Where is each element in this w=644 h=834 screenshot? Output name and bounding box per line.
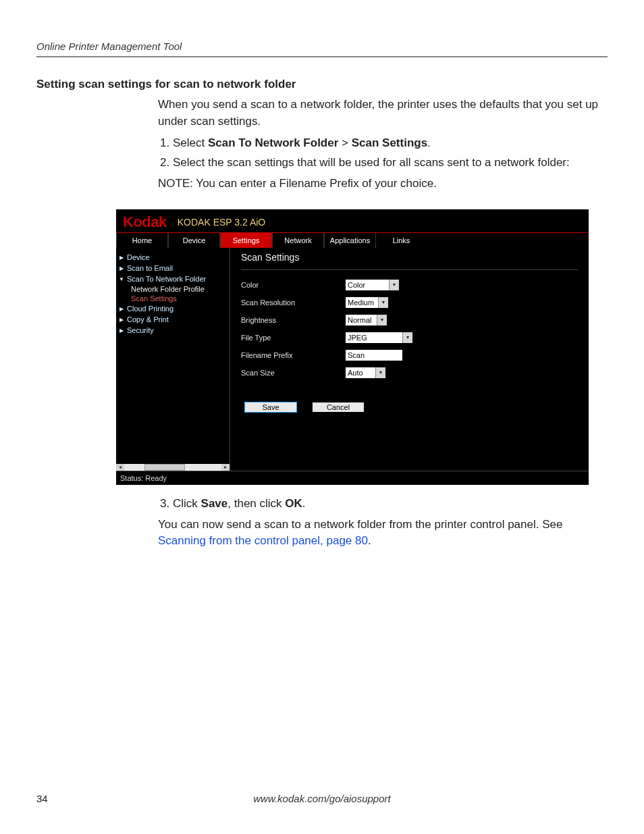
step3-b2: OK [285, 497, 302, 510]
scroll-thumb[interactable] [144, 464, 185, 471]
step-1: Select Scan To Network Folder > Scan Set… [173, 135, 608, 152]
sidebar-label-device: Device [127, 253, 150, 261]
chevron-down-icon: ▾ [377, 315, 387, 325]
content-panel: Scan Settings Color Color ▾ Scan Resolut… [230, 248, 589, 471]
chevron-right-icon: ▶ [119, 255, 124, 261]
step-2: Select the scan settings that will be us… [173, 155, 608, 172]
select-brightness-value: Normal [348, 316, 371, 324]
tab-settings[interactable]: Settings [220, 233, 272, 248]
select-file-type[interactable]: JPEG ▾ [346, 332, 412, 343]
label-color: Color [241, 281, 346, 289]
note-line: NOTE: You can enter a Filename Prefix of… [158, 176, 608, 192]
select-color[interactable]: Color ▾ [346, 280, 399, 290]
sidebar-item-scan-to-network-folder[interactable]: ▼ Scan To Network Folder [119, 273, 227, 284]
chevron-right-icon: ▶ [119, 265, 124, 271]
scroll-right-icon[interactable]: ▸ [221, 464, 230, 471]
printer-tool-screenshot: Kodak KODAK ESP 3.2 AiO Home Device Sett… [116, 209, 589, 485]
save-button[interactable]: Save [245, 402, 296, 412]
step1-b1: Scan To Network Folder [208, 136, 338, 149]
tab-network[interactable]: Network [272, 233, 324, 248]
sidebar-label-copy-print: Copy & Print [127, 315, 169, 323]
select-brightness[interactable]: Normal ▾ [346, 315, 387, 325]
link-scanning-from-control-panel[interactable]: Scanning from the control panel, page 80 [158, 534, 368, 547]
step3-b1: Save [201, 497, 228, 510]
intro-paragraph: When you send a scan to a network folder… [158, 97, 608, 130]
chevron-down-icon: ▾ [402, 332, 412, 343]
closing-paragraph: You can now send a scan to a network fol… [158, 517, 608, 550]
step1-post: . [427, 136, 431, 149]
tab-device[interactable]: Device [168, 233, 220, 248]
closing-pre: You can now send a scan to a network fol… [158, 518, 562, 531]
sidebar-label-scan-to-network-folder: Scan To Network Folder [127, 275, 206, 283]
tab-links[interactable]: Links [376, 233, 427, 248]
sidebar-item-security[interactable]: ▶ Security [119, 325, 227, 336]
label-scan-size: Scan Size [241, 369, 346, 377]
app-title: KODAK ESP 3.2 AiO [178, 217, 265, 228]
select-file-type-value: JPEG [348, 334, 367, 342]
sidebar-item-copy-print[interactable]: ▶ Copy & Print [119, 314, 227, 325]
status-bar: Status: Ready [116, 471, 589, 485]
brand-logo: Kodak [123, 213, 167, 231]
label-file-type: File Type [241, 334, 346, 342]
scroll-left-icon[interactable]: ◂ [116, 464, 124, 471]
section-heading: Setting scan settings for scan to networ… [36, 78, 608, 91]
select-scan-resolution-value: Medium [348, 298, 374, 307]
sidebar-label-cloud-printing: Cloud Printing [127, 305, 173, 313]
running-header: Online Printer Management Tool [36, 41, 608, 57]
sidebar-scrollbar[interactable]: ◂ ▸ [116, 464, 230, 471]
label-filename-prefix: Filename Prefix [241, 351, 346, 359]
select-color-value: Color [348, 281, 365, 289]
app-header: Kodak KODAK ESP 3.2 AiO [116, 209, 589, 233]
select-scan-size-value: Auto [348, 369, 363, 377]
step-3: Click Save, then click OK. [173, 496, 608, 513]
content-divider [241, 269, 578, 270]
sidebar-label-scan-to-email: Scan to Email [127, 264, 173, 272]
chevron-right-icon: ▶ [119, 306, 124, 312]
sidebar-item-device[interactable]: ▶ Device [119, 252, 227, 263]
chevron-down-icon: ▼ [119, 276, 124, 282]
input-filename-prefix[interactable]: Scan [346, 350, 402, 361]
chevron-down-icon: ▾ [378, 297, 388, 308]
step3-post: . [302, 497, 306, 510]
cancel-button[interactable]: Cancel [313, 402, 364, 412]
sidebar-subitem-network-folder-profile[interactable]: Network Folder Profile [131, 284, 227, 294]
app-tabs: Home Device Settings Network Application… [116, 233, 589, 248]
step1-sep: > [338, 136, 351, 149]
select-scan-resolution[interactable]: Medium ▾ [346, 297, 388, 308]
chevron-right-icon: ▶ [119, 317, 124, 323]
content-title: Scan Settings [241, 252, 578, 263]
footer-url: www.kodak.com/go/aiosupport [36, 793, 608, 804]
tab-home[interactable]: Home [116, 233, 168, 248]
sidebar-item-cloud-printing[interactable]: ▶ Cloud Printing [119, 303, 227, 314]
sidebar: ▶ Device ▶ Scan to Email ▼ Scan To Netwo… [116, 248, 230, 471]
step1-pre: Select [173, 136, 208, 149]
tab-applications[interactable]: Applications [324, 233, 376, 248]
step3-pre: Click [173, 497, 201, 510]
step3-mid: , then click [227, 497, 285, 510]
sidebar-label-security: Security [127, 326, 154, 334]
chevron-right-icon: ▶ [119, 328, 124, 334]
chevron-down-icon: ▾ [375, 367, 385, 378]
label-scan-resolution: Scan Resolution [241, 298, 346, 307]
closing-post: . [368, 534, 371, 547]
sidebar-subitem-scan-settings[interactable]: Scan Settings [131, 294, 227, 303]
chevron-down-icon: ▾ [389, 280, 399, 290]
label-brightness: Brightness [241, 316, 346, 324]
select-scan-size[interactable]: Auto ▾ [346, 367, 385, 378]
sidebar-item-scan-to-email[interactable]: ▶ Scan to Email [119, 263, 227, 273]
step1-b2: Scan Settings [352, 136, 427, 149]
